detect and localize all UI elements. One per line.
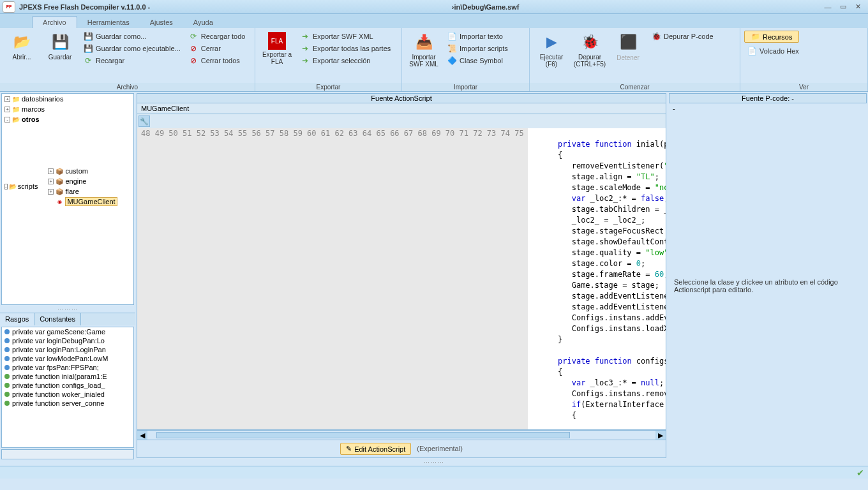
trait-row[interactable]: private function server_conne: [2, 399, 133, 408]
app-title: JPEXS Free Flash Decompiler v.11.0.0 -: [19, 3, 150, 11]
tab-archivo[interactable]: Archivo: [32, 16, 77, 28]
ribbon: 📂Abrir... 💾Guardar 💾Guardar como... 💾Gua…: [0, 28, 868, 92]
tree-item-class[interactable]: ◉class_16: [128, 197, 134, 207]
play-icon: ▶: [541, 32, 562, 52]
export-fla-button[interactable]: FLAExportar a FLA: [259, 31, 295, 66]
tree-item-class[interactable]: ◉class_19: [128, 227, 134, 237]
export-icon: ➜: [300, 31, 310, 41]
save-button[interactable]: 💾Guardar: [42, 31, 78, 62]
tree-view[interactable]: +📁datosbinarios +📁marcos -📂otros -📂scrip…: [1, 93, 134, 305]
left-column: +📁datosbinarios +📁marcos -📂otros -📂scrip…: [0, 92, 135, 459]
trait-row[interactable]: private var loginPan:LoginPan: [2, 345, 133, 354]
export-icon: ➜: [300, 43, 310, 54]
group-label-ver: Ver: [740, 83, 867, 91]
hexdump-button[interactable]: 📄Volcado Hex: [744, 45, 802, 57]
tree-item-flare[interactable]: +📦flare: [48, 186, 117, 197]
tree-item-engine[interactable]: +📦engine: [48, 176, 117, 186]
tree-item-class[interactable]: ◉class_14: [128, 176, 134, 186]
reload-button[interactable]: ⟳Recargar: [80, 55, 183, 66]
reload-icon: ⟳: [83, 56, 93, 66]
tab-ayuda[interactable]: Ayuda: [183, 17, 223, 28]
traits-tabs: Rasgos Constantes: [0, 313, 135, 325]
open-button[interactable]: 📂Abrir...: [4, 31, 40, 62]
left-hscroll[interactable]: [1, 449, 134, 459]
trait-row[interactable]: private var gameScene:Game: [2, 327, 133, 336]
group-label-importar: Importar: [402, 83, 529, 91]
export-selection-button[interactable]: ➜Exportar selección: [297, 55, 393, 66]
traits-list[interactable]: private var gameScene:Gameprivate var lo…: [1, 327, 134, 448]
tree-item-class[interactable]: ◉class_13: [128, 166, 134, 176]
tree-item-class[interactable]: ◉class_12: [128, 156, 134, 166]
group-label-comenzar: Comenzar: [530, 83, 740, 91]
debug-button[interactable]: 🐞Depurar (CTRL+F5): [572, 31, 608, 69]
tree-item-class[interactable]: ◉class_10: [128, 135, 134, 145]
run-button[interactable]: ▶Ejecutar (F6): [534, 31, 569, 69]
tab-constantes[interactable]: Constantes: [34, 313, 81, 325]
save-as-button[interactable]: 💾Guardar como...: [80, 31, 183, 42]
export-all-button[interactable]: ➜Exportar todas las partes: [297, 43, 393, 54]
debug-pcode-button[interactable]: 🐞Depurar P-code: [648, 31, 716, 42]
tree-item-mugame[interactable]: ◉MUGameClient: [48, 197, 117, 207]
scroll-left-icon[interactable]: ◀: [137, 431, 147, 440]
tab-ajustes[interactable]: Ajustes: [140, 17, 183, 28]
import-text-button[interactable]: 📄Importar texto: [444, 31, 511, 42]
maximize-icon[interactable]: ▭: [836, 2, 850, 12]
tree-item-marcos[interactable]: +📁marcos: [4, 104, 133, 114]
trait-row[interactable]: private var fpsPan:FPSPan;: [2, 363, 133, 372]
tab-rasgos[interactable]: Rasgos: [0, 313, 34, 325]
class-symbol-button[interactable]: 🔷Clase Symbol: [444, 55, 511, 66]
trait-row[interactable]: private function woker_inialed: [2, 390, 133, 399]
reload-all-icon: ⟳: [188, 31, 198, 41]
close-icon[interactable]: ✕: [851, 2, 865, 12]
fla-icon: FLA: [268, 32, 286, 50]
trait-row[interactable]: private var lowModePan:LowM: [2, 354, 133, 363]
resources-button[interactable]: 📁Recursos: [744, 31, 799, 43]
search-tool-icon[interactable]: 🔧: [138, 115, 150, 127]
bottom-splitter[interactable]: ⋯⋯⋯: [0, 459, 868, 466]
class-icon: 🔷: [447, 56, 457, 66]
import-icon: 📥: [414, 32, 434, 52]
save-icon: 💾: [50, 32, 70, 52]
script-icon: 📜: [447, 43, 457, 54]
tree-item-class[interactable]: ◉class_18: [128, 217, 134, 227]
export-swfxml-button[interactable]: ➜Exportar SWF XML: [297, 31, 393, 42]
import-scripts-button[interactable]: 📜Importar scripts: [444, 43, 511, 54]
close-all-button[interactable]: ⊘Cerrar todos: [186, 55, 248, 66]
pcode-dash: -: [669, 103, 867, 114]
tree-item-custom[interactable]: +📦custom: [48, 166, 117, 176]
menu-tabs: Archivo Herramientas Ajustes Ayuda: [0, 14, 868, 28]
tab-herramientas[interactable]: Herramientas: [77, 17, 140, 28]
code-content[interactable]: private function inial(param1:Event) : v…: [528, 128, 666, 429]
reload-all-button[interactable]: ⟳Recargar todo: [186, 31, 248, 42]
tree-item-scripts[interactable]: -📂scripts +📦custom +📦engine +📦flare ◉MUG…: [4, 124, 133, 248]
tree-item-class[interactable]: ◉class_15: [128, 186, 134, 197]
edit-icon: ✎: [346, 445, 352, 453]
bug-small-icon: 🐞: [651, 31, 661, 41]
text-icon: 📄: [447, 31, 457, 41]
trait-row[interactable]: private function inial(param1:E: [2, 372, 133, 381]
save-exe-button[interactable]: 💾Guardar como ejecutable...: [80, 43, 183, 54]
code-hscroll[interactable]: ◀ ▶: [137, 430, 666, 440]
folder-icon: 📁: [751, 33, 760, 41]
code-editor[interactable]: 48 49 50 51 52 53 54 55 56 57 58 59 60 6…: [137, 128, 666, 430]
tree-item-class[interactable]: ◉class_11: [128, 145, 134, 156]
splitter-dots[interactable]: ⋯⋯⋯: [0, 306, 135, 313]
trait-row[interactable]: private var loginDebugPan:Lo: [2, 336, 133, 345]
export-icon: ➜: [300, 56, 310, 66]
close-file-icon: ⊘: [188, 43, 198, 54]
trait-row[interactable]: private function configs_load_: [2, 381, 133, 390]
scroll-thumb[interactable]: [156, 432, 570, 438]
stop-button[interactable]: ⬛Detener: [610, 31, 646, 63]
close-button[interactable]: ⊘Cerrar: [186, 43, 248, 54]
scroll-right-icon[interactable]: ▶: [655, 431, 666, 440]
minimize-icon[interactable]: —: [821, 2, 835, 12]
bug-icon: 🐞: [580, 32, 600, 52]
tree-item-class[interactable]: ◉class_2: [128, 237, 134, 248]
import-swfxml-button[interactable]: 📥Importar SWF XML: [406, 31, 442, 69]
edit-actionscript-button[interactable]: ✎Edit ActionScript: [340, 443, 411, 455]
center-column: Fuente ActionScript MUGameClient 🔧 48 49…: [137, 93, 666, 458]
tree-item-datosbinarios[interactable]: +📁datosbinarios: [4, 94, 133, 104]
tree-item-class[interactable]: ◉class_17: [128, 207, 134, 217]
tree-item-class[interactable]: ◉class_1: [128, 125, 134, 135]
tree-item-otros[interactable]: -📂otros: [4, 114, 133, 124]
